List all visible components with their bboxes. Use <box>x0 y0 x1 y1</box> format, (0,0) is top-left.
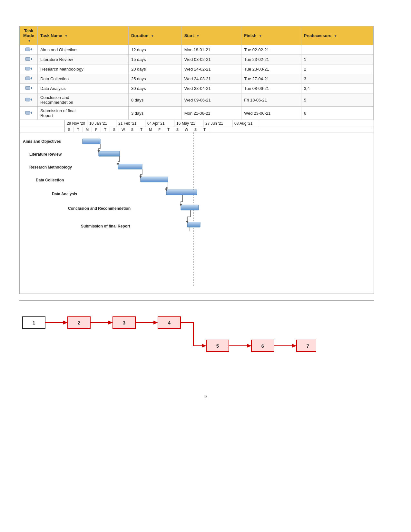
network-node-label-4: 4 <box>168 320 171 325</box>
task-mode-icon <box>25 66 32 71</box>
duration-cell: 12 days <box>129 45 182 55</box>
predecessors-cell: 6 <box>301 107 373 120</box>
month-may21: 16 May '21 <box>174 120 203 127</box>
table-row: Data Collection25 daysWed 24-03-21Tue 27… <box>20 74 374 84</box>
task-name-cell: Literature Review <box>38 55 129 64</box>
network-arrow-4-5 <box>181 323 206 346</box>
day-m1: M <box>83 127 92 132</box>
network-node-label-6: 6 <box>261 343 264 349</box>
svg-marker-1 <box>30 48 32 51</box>
gantt-chart: 29 Nov '20 10 Jan '21 21 Feb '21 04 Apr … <box>19 120 374 294</box>
network-node-label-1: 1 <box>33 320 35 325</box>
gantt-label-7: Submission of final Report <box>81 224 130 228</box>
gantt-day-row: S T M F T S W S T M F T S W S T <box>20 127 374 132</box>
gantt-timeline-header: 29 Nov '20 10 Jan '21 21 Feb '21 04 Apr … <box>20 120 374 127</box>
day-s5: S <box>191 127 200 132</box>
svg-marker-5 <box>30 67 32 70</box>
duration-cell: 20 days <box>129 64 182 74</box>
gantt-arrow-2-3 <box>118 156 120 164</box>
task-name-sort-arrow[interactable]: ▼ <box>64 34 68 38</box>
page-number: 9 <box>19 394 392 399</box>
svg-rect-10 <box>25 98 30 101</box>
predecessors-sort-arrow[interactable]: ▼ <box>334 34 337 38</box>
svg-marker-13 <box>30 111 32 114</box>
task-mode-icon <box>25 56 32 62</box>
day-s2: S <box>110 127 119 132</box>
task-name-cell: Data Collection <box>38 74 129 84</box>
gantt-body: Aims and Objectives Literature Review Re… <box>20 132 374 287</box>
network-node-label-3: 3 <box>123 320 125 325</box>
duration-cell: 3 days <box>129 107 182 120</box>
month-jun21: 27 Jun '21 <box>203 120 232 127</box>
start-cell: Wed 24-02-21 <box>181 64 241 74</box>
gantt-arrow-3-4 <box>141 169 142 177</box>
day-t1: T <box>74 127 83 132</box>
th-duration: Duration ▼ <box>129 26 182 45</box>
gantt-arrow-4-5 <box>166 182 168 190</box>
task-mode-cell <box>20 84 38 93</box>
task-mode-icon <box>25 110 32 115</box>
svg-rect-2 <box>25 57 30 61</box>
task-name-cell: Aims and Objectives <box>38 45 129 55</box>
project-table: Task Mode ▼ Task Name ▼ Duration ▼ Start… <box>19 26 374 120</box>
duration-cell: 25 days <box>129 74 182 84</box>
predecessors-cell: 5 <box>301 93 373 107</box>
month-feb21: 21 Feb '21 <box>116 120 145 127</box>
th-finish: Finish ▼ <box>241 26 301 45</box>
finish-cell: Tue 23-03-21 <box>241 64 301 74</box>
start-cell: Wed 03-02-21 <box>181 55 241 64</box>
finish-sort-arrow[interactable]: ▼ <box>259 34 262 38</box>
duration-sort-arrow[interactable]: ▼ <box>151 34 154 38</box>
gantt-arrow-1-2 <box>99 144 100 151</box>
start-cell: Mon 21-06-21 <box>181 107 241 120</box>
section-divider <box>19 300 374 301</box>
task-mode-icon <box>25 97 32 102</box>
svg-rect-8 <box>25 86 30 90</box>
task-mode-icon <box>25 47 32 52</box>
task-mode-cell <box>20 93 38 107</box>
gantt-bar-6 <box>181 205 199 210</box>
svg-rect-6 <box>25 77 30 80</box>
gantt-bar-7 <box>187 222 200 227</box>
th-predecessors: Predecessors ▼ <box>301 26 373 45</box>
gantt-label-1: Aims and Objectives <box>23 139 61 144</box>
gantt-bar-5 <box>166 190 197 195</box>
svg-marker-7 <box>30 77 32 80</box>
finish-cell: Tue 27-04-21 <box>241 74 301 84</box>
day-s3: S <box>128 127 137 132</box>
gantt-arrow-6-7 <box>187 210 191 222</box>
task-name-cell: Submission of finalReport <box>38 107 129 120</box>
start-cell: Wed 28-04-21 <box>181 84 241 93</box>
task-mode-sort-arrow[interactable]: ▼ <box>28 39 31 43</box>
gantt-label-5: Data Analysis <box>52 192 77 196</box>
th-start: Start ▼ <box>181 26 241 45</box>
gantt-arrow-5-6 <box>181 195 182 205</box>
month-apr21: 04 Apr '21 <box>145 120 174 127</box>
task-mode-icon <box>25 76 32 81</box>
network-node-label-7: 7 <box>307 343 309 349</box>
task-mode-cell <box>20 74 38 84</box>
finish-cell: Tue 02-02-21 <box>241 45 301 55</box>
day-f1: F <box>92 127 101 132</box>
month-nov20: 29 Nov '20 <box>65 120 87 127</box>
task-mode-cell <box>20 107 38 120</box>
start-sort-arrow[interactable]: ▼ <box>196 34 200 38</box>
duration-cell: 15 days <box>129 55 182 64</box>
th-task-name: Task Name ▼ <box>38 26 129 45</box>
predecessors-cell: 1 <box>301 55 373 64</box>
start-cell: Mon 18-01-21 <box>181 45 241 55</box>
table-row: Data Analysis30 daysWed 28-04-21Tue 08-0… <box>20 84 374 93</box>
month-jan21: 10 Jan '21 <box>87 120 116 127</box>
finish-cell: Tue 08-06-21 <box>241 84 301 93</box>
predecessors-cell: 2 <box>301 64 373 74</box>
start-cell: Wed 24-03-21 <box>181 74 241 84</box>
table-row: Literature Review15 daysWed 03-02-21Tue … <box>20 55 374 64</box>
task-name-cell: Research Methodology <box>38 64 129 74</box>
gantt-label-6: Conclusion and Recommendetion <box>68 206 131 211</box>
day-m2: M <box>146 127 155 132</box>
network-node-label-5: 5 <box>216 343 219 349</box>
network-diagram: 1 2 3 4 5 6 7 <box>19 310 374 375</box>
gantt-label-3: Research Methodology <box>29 165 72 169</box>
table-row: Aims and Objectives12 daysMon 18-01-21Tu… <box>20 45 374 55</box>
svg-rect-12 <box>25 111 30 114</box>
